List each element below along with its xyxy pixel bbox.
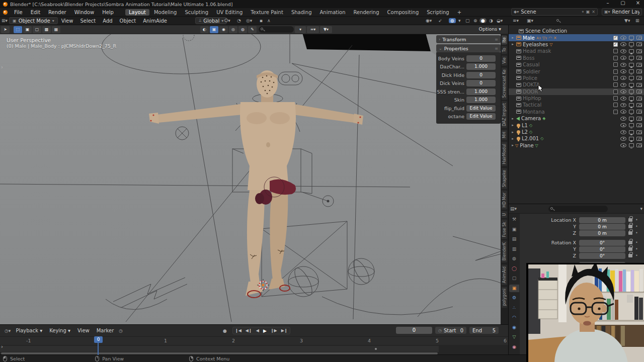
outliner-search-input[interactable] <box>554 18 616 24</box>
tab-physics-icon[interactable]: ◠ <box>509 314 519 321</box>
disable-viewport-icon[interactable] <box>629 103 634 107</box>
properties-panel-header[interactable]: ⌄Properties= <box>436 44 501 52</box>
tab-daz-import[interactable]: DAZ Import <box>502 101 507 128</box>
exclude-checkbox[interactable] <box>613 42 618 47</box>
exclude-checkbox[interactable] <box>613 69 618 74</box>
add-workspace-button[interactable]: + <box>454 9 465 16</box>
shading-preview-icon[interactable]: ◑ <box>488 18 495 23</box>
outliner-row-scene-collection[interactable]: Scene Collection <box>509 28 644 34</box>
tab-object-data-icon[interactable]: ▽ <box>509 333 519 341</box>
disable-render-icon[interactable] <box>636 76 642 80</box>
shading-rendered-icon[interactable]: ◒▾ <box>495 18 504 23</box>
tab-blenderkit[interactable]: BlenderK <box>502 240 507 262</box>
hide-eye-icon[interactable] <box>620 69 626 73</box>
current-frame-field[interactable]: 0 <box>396 327 432 334</box>
flip-fluid-button[interactable]: Edit Value <box>466 105 496 112</box>
tab-scripting[interactable]: Scripting <box>423 9 452 16</box>
exclude-checkbox[interactable] <box>613 82 618 87</box>
expand-arrow[interactable]: ▸ <box>510 143 515 147</box>
outliner-row-head-mask[interactable]: Head mask <box>509 48 644 54</box>
tab-scene-icon[interactable]: ◍ <box>509 255 519 262</box>
hide-eye-icon[interactable] <box>620 76 626 80</box>
maximize-button[interactable]: ▢ <box>619 0 627 6</box>
tab-world-icon[interactable]: ◯ <box>509 265 519 273</box>
outliner-row-door[interactable]: DOOR <box>509 88 644 95</box>
transform-panel-header[interactable]: ›Transform= <box>436 35 501 43</box>
blender-menu-icon[interactable] <box>3 10 8 15</box>
tab-view[interactable]: Vie <box>502 55 507 65</box>
hide-eye-icon[interactable] <box>620 143 626 147</box>
outliner-row-l2[interactable]: ▸L2◇ <box>509 129 644 135</box>
keyframe-dot[interactable] <box>375 348 377 350</box>
tab-tool-icon[interactable]: ⚒ <box>509 216 519 223</box>
tab-output-icon[interactable]: ▤ <box>509 235 519 243</box>
copy-scene-icon[interactable]: ▣ <box>586 10 590 14</box>
options-dropdown[interactable]: Options ▾ <box>479 26 501 32</box>
exclude-checkbox[interactable] <box>613 96 618 101</box>
animate-dot[interactable]: • <box>635 247 638 251</box>
viewport-search-input[interactable] <box>259 26 294 33</box>
octane-button[interactable]: Edit Value <box>466 113 496 120</box>
hide-eye-icon[interactable] <box>620 117 626 121</box>
outliner-row-eyelashes[interactable]: ▸ Eyelashes▽ <box>509 41 644 48</box>
exclude-checkbox[interactable] <box>613 110 618 114</box>
cursor-tool-icon[interactable]: ▩ <box>42 26 51 33</box>
unlink-scene-icon[interactable]: × <box>592 10 595 14</box>
xray-dropdown-icon[interactable]: ▾ <box>457 18 462 23</box>
play-button[interactable]: ▶ <box>261 328 269 333</box>
timeline-ruler[interactable]: -1 1 2 3 4 5 6 <box>0 336 508 345</box>
snap-magnet-icon[interactable]: ◔ <box>235 18 243 23</box>
editor-type-icon[interactable]: ⊞▾ <box>0 18 9 23</box>
collection-visibility-icon[interactable]: ≡▾ <box>307 26 319 33</box>
disable-render-icon[interactable] <box>636 36 642 40</box>
menu-view[interactable]: View <box>58 18 77 24</box>
exclude-checkbox[interactable] <box>613 56 618 60</box>
outliner-row-l1[interactable]: ▸L1◇ <box>509 122 644 128</box>
hide-eye-icon[interactable] <box>620 137 626 141</box>
show-empty-icon[interactable]: ◎ <box>229 26 237 33</box>
outliner-row-police[interactable]: Police <box>509 75 644 81</box>
annotate-brush-icon[interactable]: ✎ <box>248 26 257 33</box>
disable-viewport-icon[interactable] <box>629 56 634 60</box>
hide-eye-icon[interactable] <box>620 56 626 60</box>
tab-shading[interactable]: Shading <box>288 9 315 16</box>
autokey-record-icon[interactable]: ● <box>221 328 228 333</box>
select-box-tool-icon[interactable]: ⬚ <box>14 26 22 33</box>
exclude-checkbox[interactable] <box>613 62 618 67</box>
mode-dropdown[interactable]: ▣Object Mode▾ <box>9 17 58 24</box>
disable-viewport-icon[interactable] <box>629 143 634 147</box>
new-collection-icon[interactable]: ⊞ <box>634 18 641 23</box>
disable-viewport-icon[interactable] <box>629 89 634 94</box>
outliner-row-dokta[interactable]: DOKTA <box>509 81 644 88</box>
outliner-row-tactical[interactable]: Tactical <box>509 102 644 108</box>
disable-viewport-icon[interactable] <box>629 97 634 101</box>
disable-viewport-icon[interactable] <box>629 42 634 46</box>
outliner-row-plane[interactable]: ▸▽Plane▽ <box>509 142 644 149</box>
xray-toggle-icon[interactable]: ◍ <box>449 18 456 23</box>
play-reverse-button[interactable]: ◀ <box>254 328 261 333</box>
show-bone-icon[interactable]: ◉ <box>219 26 228 33</box>
location-z-field[interactable]: 0 m <box>579 230 625 236</box>
exclude-checkbox[interactable] <box>613 49 618 53</box>
move-tool-icon[interactable]: ▦ <box>52 26 60 33</box>
outliner-row-montana[interactable]: Montana <box>509 109 644 115</box>
minimize-button[interactable]: – <box>604 0 612 6</box>
disable-render-icon[interactable] <box>636 56 642 60</box>
properties-search-input[interactable] <box>548 206 608 212</box>
outliner-row-male[interactable]: ▸ Male ⋏₃▽₂◠× <box>509 34 644 41</box>
lock-icon[interactable] <box>628 218 632 222</box>
disable-viewport-icon[interactable] <box>629 110 634 114</box>
exclude-checkbox[interactable] <box>613 36 618 40</box>
hide-eye-icon[interactable] <box>620 83 626 87</box>
tab-animaide[interactable]: AnimAid <box>502 264 507 285</box>
shading-material-icon[interactable]: ● <box>479 18 487 23</box>
hide-grid-icon[interactable]: ◐ <box>200 26 209 33</box>
expand-arrow[interactable]: ▸ <box>510 42 515 46</box>
tab-mh[interactable]: MH <box>502 130 507 140</box>
lock-icon[interactable] <box>628 254 632 257</box>
outliner-filter-icon[interactable]: ▼▾ <box>623 18 631 23</box>
tab-texture-paint[interactable]: Texture Paint <box>247 9 287 16</box>
lock-icon[interactable] <box>628 231 632 235</box>
show-light-icon[interactable]: ◍ <box>238 26 247 33</box>
disable-viewport-icon[interactable] <box>629 76 634 80</box>
